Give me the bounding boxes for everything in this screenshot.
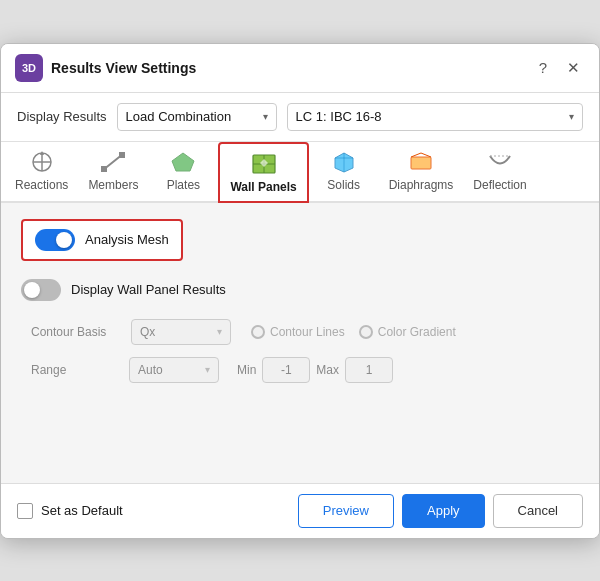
solids-icon [330,150,358,174]
help-button[interactable]: ? [534,57,552,78]
diaphragms-icon [407,150,435,174]
footer-left: Set as Default [17,503,123,519]
reactions-icon [28,150,56,174]
title-controls: ? ✕ [534,57,585,79]
tab-members-label: Members [88,178,138,192]
content-area: Analysis Mesh Display Wall Panel Results… [1,203,599,483]
apply-button[interactable]: Apply [402,494,485,528]
tab-solids[interactable]: Solids [309,142,379,201]
chevron-down-icon: ▾ [263,111,268,122]
footer-right: Preview Apply Cancel [298,494,583,528]
svg-line-16 [411,153,421,157]
tab-reactions-label: Reactions [15,178,68,192]
results-view-settings-dialog: 3D Results View Settings ? ✕ Display Res… [0,43,600,539]
display-results-label: Display Results [17,109,107,124]
display-results-dropdown[interactable]: Load Combination ▾ [117,103,277,131]
display-results-value: Load Combination [126,109,232,124]
tab-diaphragms-label: Diaphragms [389,178,454,192]
range-value: Auto [138,363,163,377]
plates-icon [169,150,197,174]
range-row: Range Auto ▾ Min Max [21,357,579,383]
set-as-default-label: Set as Default [41,503,123,518]
tab-members[interactable]: Members [78,142,148,201]
chevron-down-icon: ▾ [569,111,574,122]
chevron-down-icon: ▾ [205,364,210,375]
analysis-mesh-row: Analysis Mesh [21,219,183,261]
svg-rect-6 [119,152,125,158]
members-icon [99,150,127,174]
range-label: Range [31,363,121,377]
radio-color-gradient[interactable]: Color Gradient [359,325,456,339]
min-label: Min [237,363,256,377]
radio-contour-lines[interactable]: Contour Lines [251,325,345,339]
wall-panels-icon [250,152,278,176]
radio-group: Contour Lines Color Gradient [251,325,456,339]
contour-basis-value: Qx [140,325,155,339]
wall-panel-results-label: Display Wall Panel Results [71,282,226,297]
display-results-row: Display Results Load Combination ▾ LC 1:… [1,93,599,142]
dialog-title: Results View Settings [51,60,196,76]
title-bar: 3D Results View Settings ? ✕ [1,44,599,93]
tab-plates[interactable]: Plates [148,142,218,201]
tab-solids-label: Solids [327,178,360,192]
max-label: Max [316,363,339,377]
set-as-default-checkbox[interactable] [17,503,33,519]
deflection-icon [486,150,514,174]
chevron-down-icon: ▾ [217,326,222,337]
max-input[interactable] [345,357,393,383]
wall-panel-results-row: Display Wall Panel Results [21,275,579,305]
tab-wall-panels-label: Wall Panels [230,180,296,194]
contour-basis-select[interactable]: Qx ▾ [131,319,231,345]
svg-line-17 [421,153,431,157]
svg-rect-15 [411,157,431,169]
lc-value: LC 1: IBC 16-8 [296,109,382,124]
tabs-row: Reactions Members Plates [1,142,599,203]
footer: Set as Default Preview Apply Cancel [1,483,599,538]
tab-reactions[interactable]: Reactions [5,142,78,201]
lc-dropdown[interactable]: LC 1: IBC 16-8 ▾ [287,103,583,131]
tab-diaphragms[interactable]: Diaphragms [379,142,464,201]
contour-basis-row: Contour Basis Qx ▾ Contour Lines Color G… [21,319,579,345]
analysis-mesh-label: Analysis Mesh [85,232,169,247]
contour-basis-label: Contour Basis [31,325,121,339]
svg-rect-5 [101,166,107,172]
range-select[interactable]: Auto ▾ [129,357,219,383]
tab-deflection-label: Deflection [473,178,526,192]
tab-deflection[interactable]: Deflection [463,142,536,201]
radio-color-gradient-label: Color Gradient [378,325,456,339]
radio-circle-icon [359,325,373,339]
radio-circle-icon [251,325,265,339]
cancel-button[interactable]: Cancel [493,494,583,528]
tab-plates-label: Plates [167,178,200,192]
app-icon: 3D [15,54,43,82]
wall-panel-results-toggle[interactable] [21,279,61,301]
svg-marker-7 [172,153,194,171]
min-input[interactable] [262,357,310,383]
close-button[interactable]: ✕ [562,57,585,79]
preview-button[interactable]: Preview [298,494,394,528]
title-bar-left: 3D Results View Settings [15,54,196,82]
radio-contour-lines-label: Contour Lines [270,325,345,339]
tab-wall-panels[interactable]: Wall Panels [218,142,308,203]
min-max-group: Min Max [237,357,393,383]
analysis-mesh-toggle[interactable] [35,229,75,251]
